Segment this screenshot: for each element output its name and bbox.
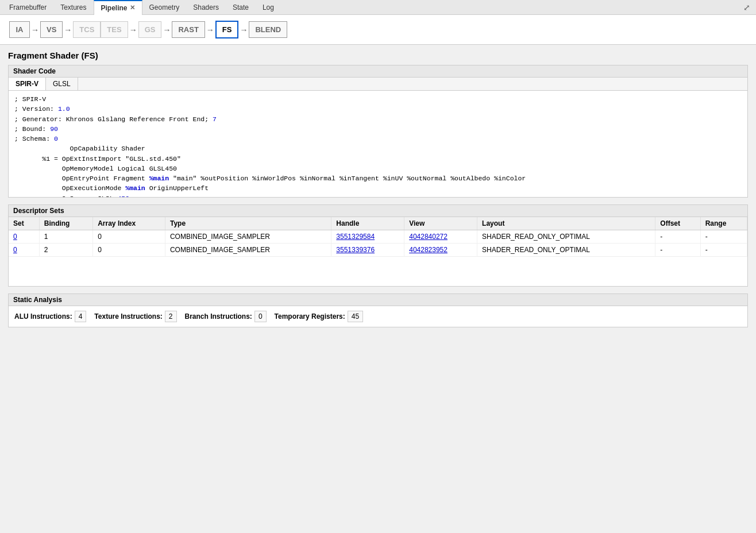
pipeline-diagram: IA → VS → TCS TES → GS → RAST → FS → BLE…: [0, 15, 756, 45]
shader-code-header: Shader Code: [9, 65, 747, 78]
cell-view-2: 4042823952: [404, 244, 477, 257]
tempreg-label: Temporary Registers:: [275, 312, 345, 320]
stage-box-ia[interactable]: IA: [9, 21, 30, 38]
cell-range-1: -: [700, 230, 747, 244]
view-link-2[interactable]: 4042823952: [409, 246, 448, 254]
page-title: Fragment Shader (FS): [8, 51, 748, 60]
stage-box-vs[interactable]: VS: [40, 21, 63, 38]
col-type: Type: [165, 217, 331, 230]
cell-handle-2: 3551339376: [331, 244, 404, 257]
tab-state[interactable]: State: [226, 0, 256, 15]
stage-tcs[interactable]: TCS: [73, 21, 101, 38]
texture-value: 2: [165, 311, 177, 322]
cell-layout-1: SHADER_READ_ONLY_OPTIMAL: [477, 230, 655, 244]
stage-box-fs[interactable]: FS: [215, 21, 239, 38]
cell-offset-1: -: [655, 230, 700, 244]
stage-gs[interactable]: GS: [138, 21, 162, 38]
tab-pipeline[interactable]: Pipeline ✕: [94, 0, 142, 15]
texture-label: Texture Instructions:: [94, 312, 162, 320]
tempreg-value: 45: [348, 311, 363, 322]
cell-handle-1: 3551329584: [331, 230, 404, 244]
branch-label: Branch Instructions:: [185, 312, 252, 320]
code-tab-spirv[interactable]: SPIR-V: [9, 78, 46, 90]
stage-fs[interactable]: FS: [215, 21, 239, 38]
tab-textures[interactable]: Textures: [53, 0, 93, 15]
code-line-1: ; SPIR-V ; Version: 1.0 ; Generator: Khr…: [14, 95, 526, 197]
col-view: View: [404, 217, 477, 230]
static-analysis-section: Static Analysis ALU Instructions: 4 Text…: [8, 293, 748, 327]
tab-log[interactable]: Log: [256, 0, 281, 15]
code-tab-glsl[interactable]: GLSL: [46, 78, 78, 90]
code-area[interactable]: ; SPIR-V ; Version: 1.0 ; Generator: Khr…: [9, 91, 747, 197]
handle-link-1[interactable]: 3551329584: [336, 233, 375, 241]
alu-label: ALU Instructions:: [14, 312, 72, 320]
cell-binding-1: 1: [39, 230, 92, 244]
arrow-3: →: [128, 25, 138, 34]
view-link-1[interactable]: 4042840272: [409, 233, 448, 241]
table-row: 0 2 0 COMBINED_IMAGE_SAMPLER 3551339376 …: [9, 244, 747, 257]
cell-layout-2: SHADER_READ_ONLY_OPTIMAL: [477, 244, 655, 257]
branch-value: 0: [254, 311, 267, 322]
stage-box-blend[interactable]: BLEND: [249, 21, 287, 38]
cell-view-1: 4042840272: [404, 230, 477, 244]
tab-framebuffer[interactable]: Framebuffer: [2, 0, 53, 15]
stage-rast[interactable]: RAST: [172, 21, 205, 38]
arrow-4: →: [161, 25, 172, 34]
tab-shaders[interactable]: Shaders: [186, 0, 226, 15]
descriptor-sets-body: Set Binding Array Index Type Handle View…: [9, 217, 747, 286]
descriptor-table: Set Binding Array Index Type Handle View…: [9, 217, 747, 257]
alu-value: 4: [75, 311, 87, 322]
stage-vs[interactable]: VS: [40, 21, 63, 38]
shader-code-section: Shader Code SPIR-V GLSL ; SPIR-V ; Versi…: [8, 65, 748, 198]
cell-array-1: 0: [93, 230, 165, 244]
handle-link-2[interactable]: 3551339376: [336, 246, 375, 254]
table-body: 0 1 0 COMBINED_IMAGE_SAMPLER 3551329584 …: [9, 230, 747, 257]
static-analysis-body: ALU Instructions: 4 Texture Instructions…: [9, 306, 747, 327]
descriptor-sets-section: Descriptor Sets Set Binding Array Index …: [8, 204, 748, 287]
cell-binding-2: 2: [39, 244, 92, 257]
stage-tes[interactable]: TES: [101, 21, 128, 38]
static-analysis-header: Static Analysis: [9, 294, 747, 306]
cell-set-1: 0: [9, 230, 39, 244]
main-content: Fragment Shader (FS) Shader Code SPIR-V …: [0, 45, 756, 533]
stage-blend[interactable]: BLEND: [249, 21, 287, 38]
col-array-index: Array Index: [93, 217, 165, 230]
arrow-1: →: [30, 25, 40, 34]
stage-box-rast[interactable]: RAST: [172, 21, 205, 38]
code-tabs: SPIR-V GLSL: [9, 78, 747, 91]
tab-geometry[interactable]: Geometry: [142, 0, 187, 15]
arrow-2: →: [63, 25, 73, 34]
col-range: Range: [700, 217, 747, 230]
descriptor-sets-header: Descriptor Sets: [9, 205, 747, 217]
stage-box-gs[interactable]: GS: [138, 21, 162, 38]
expand-button[interactable]: ⤢: [740, 2, 754, 13]
cell-type-1: COMBINED_IMAGE_SAMPLER: [165, 230, 331, 244]
set-link-1[interactable]: 0: [13, 233, 17, 241]
pipeline-tab-close[interactable]: ✕: [130, 4, 135, 11]
col-handle: Handle: [331, 217, 404, 230]
cell-type-2: COMBINED_IMAGE_SAMPLER: [165, 244, 331, 257]
table-row: 0 1 0 COMBINED_IMAGE_SAMPLER 3551329584 …: [9, 230, 747, 244]
col-binding: Binding: [39, 217, 92, 230]
col-set: Set: [9, 217, 39, 230]
arrow-5: →: [205, 25, 215, 34]
arrow-6: →: [238, 25, 249, 34]
col-offset: Offset: [655, 217, 700, 230]
col-layout: Layout: [477, 217, 655, 230]
stage-box-tes[interactable]: TES: [101, 21, 128, 38]
stage-box-tcs[interactable]: TCS: [73, 21, 101, 38]
cell-set-2: 0: [9, 244, 39, 257]
set-link-2[interactable]: 0: [13, 246, 17, 254]
stage-ia[interactable]: IA: [9, 21, 30, 38]
cell-offset-2: -: [655, 244, 700, 257]
cell-range-2: -: [700, 244, 747, 257]
tab-bar: Framebuffer Textures Pipeline ✕ Geometry…: [0, 0, 756, 15]
cell-array-2: 0: [93, 244, 165, 257]
table-header-row: Set Binding Array Index Type Handle View…: [9, 217, 747, 230]
